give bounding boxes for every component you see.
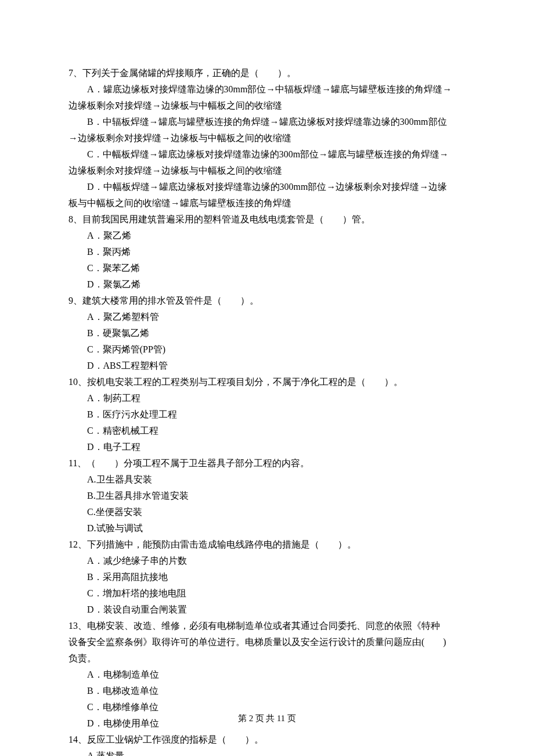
q8-stem: 8、目前我国民用建筑普遍采用的塑料管道及电线电缆套管是（ ）管。: [68, 211, 466, 228]
q10-option-d: D．电子工程: [68, 439, 466, 455]
q7-option-c-line2: 边缘板剩余对接焊缝→边缘板与中幅板之间的收缩缝: [68, 163, 466, 179]
q11-option-b: B.卫生器具排水管道安装: [68, 488, 466, 504]
q10-option-a: A．制药工程: [68, 390, 466, 406]
q8-option-d: D．聚氯乙烯: [68, 276, 466, 293]
q10-option-c: C．精密机械工程: [68, 423, 466, 439]
q12-option-c: C．增加杆塔的接地电阻: [68, 585, 466, 602]
q7-option-a-line2: 边缘板剩余对接焊缝→边缘板与中幅板之间的收缩缝: [68, 98, 466, 114]
page-footer: 第 2 页 共 11 页: [0, 711, 534, 726]
q13-option-a: A．电梯制造单位: [68, 667, 466, 683]
q7-option-d-line1: D．中幅板焊缝→罐底边缘板对接焊缝靠边缘的300mm部位→边缘板剩余对接焊缝→边…: [68, 179, 466, 195]
q7-option-b-line1: B．中辐板焊缝→罐底与罐壁板连接的角焊缝→罐底边缘板对接焊缝靠边缘的300mm部…: [68, 114, 466, 130]
q11-option-a: A.卫生器具安装: [68, 471, 466, 488]
q9-stem: 9、建筑大楼常用的排水管及管件是（ ）。: [68, 293, 466, 309]
q12-option-a: A．减少绝缘子串的片数: [68, 553, 466, 569]
q9-option-a: A．聚乙烯塑料管: [68, 309, 466, 325]
q8-option-c: C．聚苯乙烯: [68, 260, 466, 276]
q10-option-b: B．医疗污水处理工程: [68, 406, 466, 423]
q7-option-c-line1: C．中幅板焊缝→罐底边缘板对接焊缝靠边缘的300m部位→罐底与罐壁板连接的角焊缝…: [68, 146, 466, 163]
q13-option-b: B．电梯改造单位: [68, 683, 466, 699]
q13-stem-line2: 设备安全监察条例》取得许可的单位进行。电梯质量以及安全运行设计的质量问题应由( …: [68, 634, 466, 650]
q13-stem-line3: 负责。: [68, 650, 466, 667]
q14-stem: 14、反应工业锅炉工作强度的指标是（ ）。: [68, 732, 466, 748]
q8-option-a: A．聚乙烯: [68, 228, 466, 244]
q8-option-b: B．聚丙烯: [68, 244, 466, 260]
q12-option-d: D．装设自动重合闸装置: [68, 602, 466, 618]
q12-stem: 12、下列措施中，能预防由雷击造成输电线路停电的措施是（ ）。: [68, 537, 466, 553]
q10-stem: 10、按机电安装工程的工程类别与工程项目划分，不属于净化工程的是（ ）。: [68, 374, 466, 390]
q7-option-a-line1: A．罐底边缘板对接焊缝靠边缘的30mm部位→中辐板焊缝→罐底与罐壁板连接的角焊缝…: [68, 81, 466, 98]
q12-option-b: B．采用高阻抗接地: [68, 569, 466, 585]
q14-option-a: A.蒸发量: [68, 748, 466, 756]
q13-stem-line1: 13、电梯安装、改造、维修，必须有电梯制造单位或者其通过合同委托、同意的依照《特…: [68, 618, 466, 634]
q11-option-d: D.试验与调试: [68, 520, 466, 537]
q7-option-d-line2: 板与中幅板之间的收缩缝→罐底与罐壁板连接的角焊缝: [68, 195, 466, 211]
q9-option-b: B．硬聚氯乙烯: [68, 325, 466, 341]
q9-option-d: D．ABS工程塑料管: [68, 358, 466, 374]
q7-option-b-line2: →边缘板剩余对接焊缝→边缘板与中幅板之间的收缩缝: [68, 130, 466, 146]
q7-stem: 7、下列关于金属储罐的焊接顺序，正确的是（ ）。: [68, 65, 466, 81]
q9-option-c: C．聚丙烯管(PP管): [68, 341, 466, 358]
q11-option-c: C.坐便器安装: [68, 504, 466, 520]
q11-stem: 11、（ ）分项工程不属于卫生器具子部分工程的内容。: [68, 455, 466, 471]
